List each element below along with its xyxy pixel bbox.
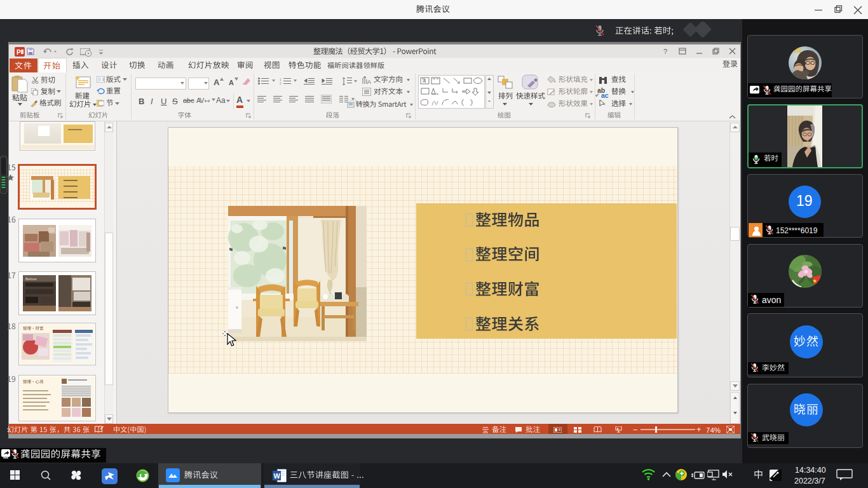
svg-text:2: 2 [280,81,281,85]
svg-text:Before: Before [25,277,37,281]
svg-text:P: P [17,49,21,56]
svg-text:?: ? [663,48,667,55]
svg-text:A: A [367,79,371,85]
svg-text:W: W [274,472,281,480]
svg-text:A: A [423,79,426,83]
